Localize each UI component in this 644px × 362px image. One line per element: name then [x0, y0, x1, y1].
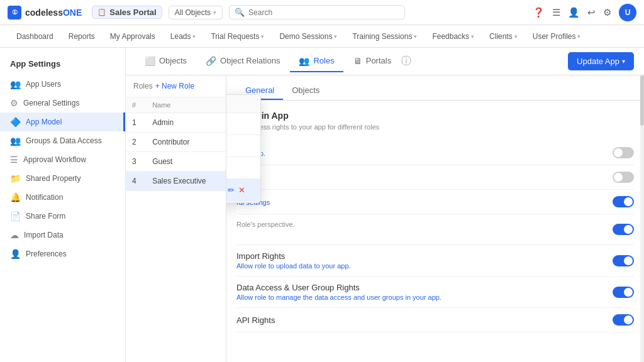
search-input[interactable]: [248, 8, 399, 17]
tab-label: Object Relations: [220, 56, 280, 65]
toggle-slider[interactable]: [613, 287, 634, 298]
delete-icon[interactable]: ✕: [238, 185, 245, 195]
toggle-import[interactable]: [613, 255, 634, 266]
sub-tab-objects[interactable]: Objects: [283, 82, 328, 100]
toggle-slider[interactable]: [613, 196, 634, 207]
chevron-down-icon: ▾: [471, 33, 474, 40]
logo[interactable]: ① codelessONE: [8, 6, 82, 19]
chevron-down-icon: ▾: [192, 33, 196, 40]
toggle-4[interactable]: [613, 224, 634, 235]
help-icon[interactable]: ❓: [533, 7, 545, 18]
search-bar[interactable]: 🔍: [229, 5, 405, 19]
role-perspective-desc: Role's perspective.: [236, 221, 613, 228]
toggle-slider[interactable]: [613, 255, 634, 266]
table-row[interactable]: 4 Sales Executive: [126, 172, 226, 191]
cloud-icon: ☁: [10, 230, 19, 240]
row-name: Contributor: [146, 133, 226, 152]
app-name: Sales Portal: [109, 8, 156, 17]
sidebar-item-generalsettings[interactable]: ⚙ General Settings: [0, 94, 125, 112]
dropdown-row-selected[interactable]: 4 Sales Executive ✏ ✕: [226, 179, 260, 202]
dropdown-row[interactable]: 1 Admin: [226, 113, 260, 135]
update-app-button[interactable]: Update App ▾: [568, 52, 634, 70]
nav-item-approvals[interactable]: My Approvals: [104, 28, 162, 45]
logo-text: codelessONE: [25, 8, 82, 18]
nav-item-training[interactable]: Training Sessions ▾: [346, 28, 423, 45]
edit-icon[interactable]: ✏: [228, 185, 235, 195]
history-icon[interactable]: ↩: [587, 7, 596, 18]
dropdown-popup: # Name 1 Admin 2 Contributor: [226, 94, 261, 203]
sidebar-item-appmodel[interactable]: 🔷 App Model: [0, 112, 125, 131]
scrollbar-thumb[interactable]: [640, 75, 644, 126]
sidebar-item-importdata[interactable]: ☁ Import Data: [0, 226, 125, 244]
toggle-title: Data Access & User Group Rights: [236, 283, 613, 292]
nav-item-feedbacks[interactable]: Feedbacks ▾: [426, 28, 480, 45]
nav-item-trial[interactable]: Trial Requests ▾: [204, 28, 270, 45]
toggle-1[interactable]: [613, 147, 634, 158]
toggle-slider[interactable]: [613, 147, 634, 158]
toggle-dataaccess[interactable]: [613, 287, 634, 298]
person-icon: 👤: [10, 249, 21, 259]
scrollbar-track[interactable]: [640, 75, 644, 362]
tab-objectrelations[interactable]: 🔗 Object Relations: [197, 51, 289, 72]
tab-objects[interactable]: ⬜ Objects: [136, 51, 196, 72]
sidebar-item-preferences[interactable]: 👤 Preferences: [0, 244, 125, 263]
sidebar-item-label: Notification: [26, 193, 63, 202]
table-row[interactable]: 2 Contributor: [126, 133, 226, 152]
roles-icon: 👥: [299, 56, 309, 66]
row-name: Guest: [226, 157, 260, 179]
users-icon: 👥: [10, 79, 21, 89]
model-icon: 🔷: [10, 117, 21, 127]
sidebar-item-label: App Users: [26, 80, 61, 89]
toggle-row-text: ral settings: [236, 197, 613, 206]
sidebar-item-label: Shared Property: [26, 174, 80, 183]
sidebar-item-sharedproperty[interactable]: 📁 Shared Property: [0, 169, 125, 188]
toggle-api[interactable]: [613, 314, 634, 326]
tab-portals[interactable]: 🖥 Portals: [345, 51, 400, 72]
table-row[interactable]: 1 Admin: [126, 113, 226, 133]
sidebar-item-shareform[interactable]: 📄 Share Form: [0, 207, 125, 226]
row-num: 3: [126, 152, 146, 172]
new-role-button[interactable]: + New Role: [155, 82, 194, 90]
col-header-name: Name: [146, 97, 226, 113]
tab-roles[interactable]: 👥 Roles: [290, 51, 343, 72]
roles-list-panel: Roles + New Role # Name 1 Admin: [126, 75, 226, 362]
navbar: Dashboard Reports My Approvals Leads ▾ T…: [0, 25, 644, 48]
nav-item-userprofiles[interactable]: User Profiles ▾: [526, 28, 587, 45]
toggle-slider[interactable]: [613, 172, 634, 183]
toggle-slider[interactable]: [613, 314, 634, 326]
row-name: Admin: [146, 113, 226, 133]
dropdown-row[interactable]: 2 Contributor: [226, 135, 260, 157]
row-num: 2: [126, 133, 146, 152]
nav-item-dashboard[interactable]: Dashboard: [10, 28, 60, 45]
sub-tab-bar: General Objects: [226, 75, 644, 101]
menu-icon[interactable]: ☰: [552, 7, 560, 18]
sidebar-item-notification[interactable]: 🔔 Notification: [0, 188, 125, 207]
toggle-row-text: Role's perspective.: [236, 221, 613, 238]
nav-item-demo[interactable]: Demo Sessions ▾: [273, 28, 343, 45]
sidebar-item-approvalworkflow[interactable]: ☰ Approval Workflow: [0, 150, 125, 169]
toggle-2[interactable]: [613, 172, 634, 183]
settings-icon[interactable]: ⚙: [603, 7, 611, 18]
nav-item-leads[interactable]: Leads ▾: [164, 28, 203, 45]
nav-item-clients[interactable]: Clients ▾: [483, 28, 524, 45]
all-objects-button[interactable]: All Objects ▾: [169, 6, 223, 19]
roles-table: # Name 1 Admin 2 Contributor: [126, 97, 226, 191]
nav-item-reports[interactable]: Reports: [62, 28, 101, 45]
toggle-row-text: Import Rights Allow role to upload data …: [236, 251, 613, 270]
app-badge[interactable]: 📋 Sales Portal: [92, 6, 162, 19]
toggle-slider[interactable]: [613, 224, 634, 235]
avatar[interactable]: U: [619, 4, 636, 21]
toggle-title: Import Rights: [236, 251, 613, 261]
table-row[interactable]: 3 Guest: [126, 152, 226, 172]
workflow-icon: ☰: [10, 155, 18, 165]
help-circle-icon[interactable]: ⓘ: [401, 55, 411, 68]
toggle-row-4: Role's perspective.: [236, 214, 634, 245]
user-icon[interactable]: 👤: [568, 7, 580, 18]
sidebar-item-appusers[interactable]: 👥 App Users: [0, 75, 125, 94]
section-title: Right in App: [236, 111, 634, 121]
sidebar-item-groupsdata[interactable]: 👥 Groups & Data Access: [0, 131, 125, 150]
tab-label: Roles: [313, 56, 334, 65]
toggle-3[interactable]: [613, 196, 634, 207]
dropdown-table: # Name 1 Admin 2 Contributor: [226, 95, 260, 202]
dropdown-row[interactable]: 3 Guest: [226, 157, 260, 179]
